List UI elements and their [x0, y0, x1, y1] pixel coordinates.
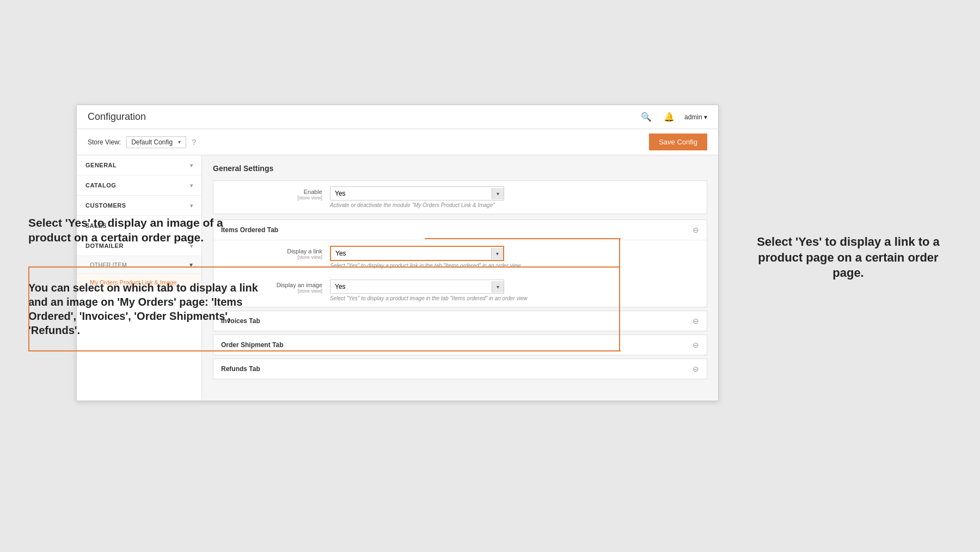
enable-label: Enable [store view] [221, 186, 330, 201]
display-link-row: Display a link [store view] Yes No ▾ [213, 240, 707, 274]
order-shipment-tab-header[interactable]: Order Shipment Tab ⊖ [213, 335, 707, 355]
expand-icon: ⊖ [693, 365, 699, 373]
store-view-bar: Store View: Default Config ▾ ? Save Conf… [77, 129, 718, 155]
general-settings-panel: Enable [store view] Yes No ▾ Activate or… [213, 180, 707, 214]
sidebar-item-general[interactable]: GENERAL ▾ [77, 155, 201, 175]
display-link-control: Yes No ▾ Select "Yes" to display a produ… [330, 246, 699, 269]
items-ordered-tab-body: Display a link [store view] Yes No ▾ [213, 240, 707, 307]
refunds-tab-section: Refunds Tab ⊖ [213, 359, 707, 379]
chevron-down-icon: ▾ [190, 203, 193, 209]
admin-body: GENERAL ▾ CATALOG ▾ CUSTOMERS ▾ SALES ▾ … [77, 155, 718, 401]
section-title: General Settings [213, 164, 707, 173]
chevron-down-icon: ▾ [178, 139, 181, 145]
enable-select[interactable]: Yes No ▾ [330, 186, 504, 201]
callout-border-right-top [425, 238, 621, 239]
display-image-row: Display an image [store view] Yes No ▾ [213, 274, 707, 307]
admin-window: Configuration 🔍 🔔 admin ▾ Store View: De… [76, 105, 719, 401]
sidebar-item-catalog[interactable]: CATALOG ▾ [77, 175, 201, 196]
annotation-left-bottom: You can select on which tab to display a… [28, 281, 268, 337]
search-button[interactable]: 🔍 [639, 110, 654, 124]
expand-icon: ⊖ [693, 341, 699, 349]
invoices-tab-section: Invoices Tab ⊖ [213, 311, 707, 331]
chevron-down-icon: ▾ [190, 162, 193, 168]
order-shipment-tab-title: Order Shipment Tab [221, 341, 283, 349]
header-actions: 🔍 🔔 admin ▾ [639, 110, 707, 124]
display-link-label: Display a link [store view] [221, 246, 330, 260]
page-title: Configuration [88, 111, 146, 123]
enable-control: Yes No ▾ Activate or deactivate the modu… [330, 186, 699, 208]
store-view-select[interactable]: Default Config ▾ [126, 136, 186, 148]
annotation-left-top: Select 'Yes' to display an image of a pr… [28, 215, 268, 245]
display-link-hint: Select "Yes" to display a product link i… [330, 263, 699, 269]
user-menu[interactable]: admin ▾ [684, 113, 707, 121]
select-arrow-icon: ▾ [492, 281, 504, 293]
enable-row: Enable [store view] Yes No ▾ Activate or… [213, 181, 707, 214]
display-link-select-input[interactable]: Yes No [331, 247, 491, 260]
select-arrow-icon: ▾ [491, 248, 503, 259]
items-ordered-tab-header[interactable]: Items Ordered Tab ⊖ [213, 220, 707, 240]
save-config-button[interactable]: Save Config [649, 134, 707, 150]
sidebar-item-customers[interactable]: CUSTOMERS ▾ [77, 196, 201, 216]
store-view-value: Default Config [131, 138, 173, 146]
display-link-select[interactable]: Yes No ▾ [330, 246, 504, 261]
sidebar-item-customers-label: CUSTOMERS [85, 202, 126, 209]
display-image-hint: Select "Yes" to display a product image … [330, 295, 699, 301]
callout-border-left-vert [28, 266, 29, 350]
store-view-label: Store View: [88, 138, 121, 146]
sidebar-item-general-label: GENERAL [85, 162, 117, 168]
display-image-control: Yes No ▾ Select "Yes" to display a produ… [330, 280, 699, 301]
display-image-select[interactable]: Yes No ▾ [330, 280, 504, 294]
content-area: General Settings Enable [store view] Yes… [202, 155, 718, 401]
order-shipment-tab-section: Order Shipment Tab ⊖ [213, 335, 707, 355]
annotation-right: Select 'Yes' to display a link to a prod… [745, 234, 952, 281]
expand-icon: ⊖ [693, 317, 699, 325]
refunds-tab-header[interactable]: Refunds Tab ⊖ [213, 359, 707, 379]
sidebar: GENERAL ▾ CATALOG ▾ CUSTOMERS ▾ SALES ▾ … [77, 155, 202, 401]
bell-icon: 🔔 [664, 112, 675, 122]
callout-border-right-vert [619, 238, 620, 350]
enable-hint: Activate or deactivate the module "My Or… [330, 202, 699, 208]
notifications-button[interactable]: 🔔 [661, 110, 677, 124]
help-icon[interactable]: ? [192, 138, 196, 147]
refunds-tab-title: Refunds Tab [221, 365, 260, 373]
sidebar-sub-item-other[interactable]: OTHER ITEM ▾ [77, 256, 201, 274]
sidebar-item-catalog-label: CATALOG [85, 182, 116, 189]
select-arrow-icon: ▾ [492, 188, 504, 199]
items-ordered-tab-section: Items Ordered Tab ⊖ Display a link [stor… [213, 220, 707, 307]
invoices-tab-header[interactable]: Invoices Tab ⊖ [213, 311, 707, 331]
enable-select-input[interactable]: Yes No [330, 187, 492, 200]
callout-border-left-top [28, 266, 619, 268]
display-image-select-input[interactable]: Yes No [330, 280, 492, 293]
store-view-left: Store View: Default Config ▾ ? [88, 136, 196, 148]
chevron-down-icon: ▾ [190, 183, 193, 189]
expand-icon: ⊖ [693, 226, 699, 234]
callout-border-right-bottom [425, 350, 621, 351]
search-icon: 🔍 [641, 112, 652, 122]
admin-header: Configuration 🔍 🔔 admin ▾ [77, 105, 718, 129]
